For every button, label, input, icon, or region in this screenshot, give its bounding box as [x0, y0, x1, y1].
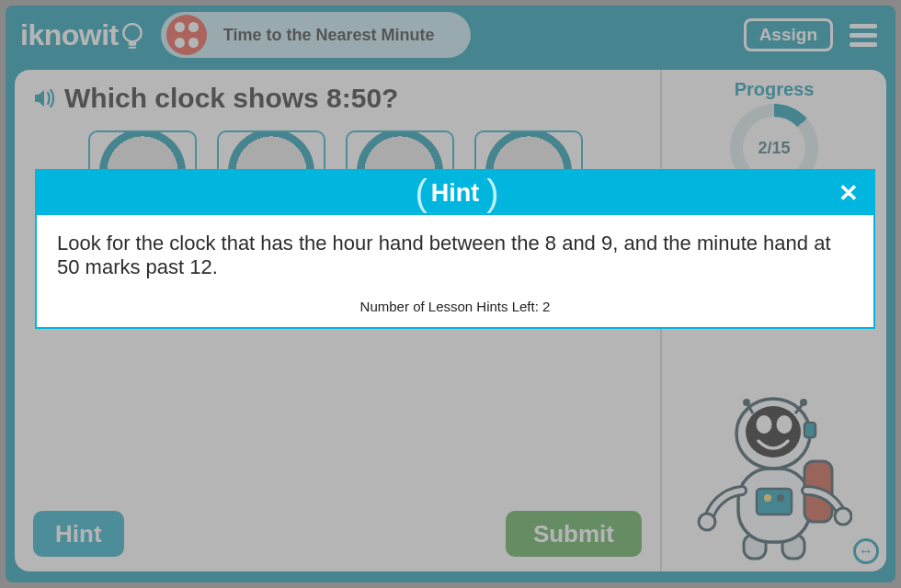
- bracket-left-icon: (: [415, 173, 423, 214]
- hint-modal-title: Hint: [431, 179, 479, 208]
- bracket-right-icon: ): [486, 173, 495, 214]
- hint-modal-header: ( Hint ) ✕: [37, 171, 873, 215]
- hint-modal-body: Look for the clock that has the hour han…: [37, 215, 873, 327]
- hint-modal: ( Hint ) ✕ Look for the clock that has t…: [35, 169, 875, 329]
- hint-remaining: Number of Lesson Hints Left: 2: [57, 299, 853, 314]
- hint-text: Look for the clock that has the hour han…: [57, 232, 853, 280]
- close-icon[interactable]: ✕: [838, 181, 859, 205]
